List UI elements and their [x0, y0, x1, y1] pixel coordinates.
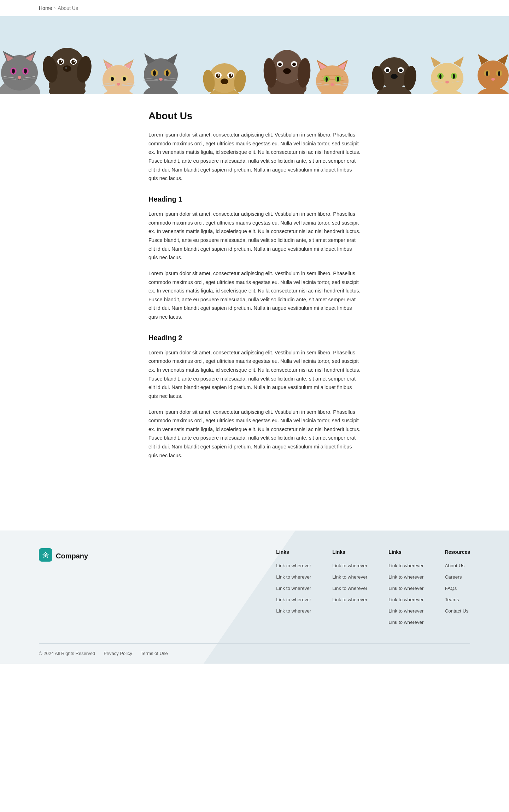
paragraph-1b: Lorem ipsum dolor sit amet, consectetur … [148, 269, 361, 321]
footer-col-3-list: Link to wherever Link to wherever Link t… [388, 561, 423, 626]
svg-point-124 [498, 71, 500, 76]
footer-col-3-link-2[interactable]: Link to wherever [388, 574, 423, 580]
svg-point-123 [486, 71, 488, 76]
svg-point-52 [166, 70, 169, 76]
footer-col-3-link-1[interactable]: Link to wherever [388, 563, 423, 568]
svg-point-38 [111, 77, 114, 81]
footer-col-resources: Resources About Us Careers FAQs Teams Co… [445, 548, 470, 629]
paragraph-2a: Lorem ipsum dolor sit amet, consectetur … [148, 348, 361, 401]
svg-point-105 [391, 74, 398, 79]
svg-point-28 [63, 65, 71, 72]
svg-point-66 [216, 74, 220, 78]
svg-point-118 [478, 60, 509, 90]
footer-col-4-link-3[interactable]: FAQs [445, 586, 457, 591]
svg-point-29 [65, 67, 67, 69]
footer-col-3-link-3[interactable]: Link to wherever [388, 586, 423, 591]
svg-point-79 [278, 63, 282, 66]
footer-col-4-link-1[interactable]: About Us [445, 563, 464, 568]
svg-point-104 [399, 69, 403, 72]
footer-terms-link[interactable]: Terms of Use [141, 650, 168, 657]
heading-2: Heading 2 [148, 332, 361, 343]
svg-point-31 [103, 65, 134, 94]
footer-col-3-link-4[interactable]: Link to wherever [388, 597, 423, 602]
svg-point-53 [159, 78, 163, 81]
footer-copyright: © 2024 All Rights Reserved [39, 650, 95, 657]
svg-point-91 [337, 77, 339, 82]
footer-col-4-link-5[interactable]: Contact Us [445, 608, 468, 614]
footer-col-2-list: Link to wherever Link to wherever Link t… [332, 561, 367, 604]
svg-point-90 [326, 77, 328, 82]
svg-point-68 [218, 74, 220, 76]
svg-point-67 [229, 74, 233, 78]
breadcrumb-current: About Us [58, 4, 78, 12]
footer-privacy-link[interactable]: Privacy Policy [104, 650, 132, 657]
footer-col-1-link-3[interactable]: Link to wherever [276, 586, 311, 591]
svg-point-125 [491, 78, 495, 81]
footer-col-links-1: Links Link to wherever Link to wherever … [276, 548, 311, 629]
svg-point-81 [283, 68, 291, 74]
breadcrumb: Home › About Us [0, 0, 509, 16]
footer-brand-name: Company [56, 550, 88, 562]
hero-banner [0, 16, 509, 94]
svg-point-69 [231, 74, 232, 76]
footer-bottom: © 2024 All Rights Reserved Privacy Polic… [39, 643, 470, 664]
heading-1: Heading 1 [148, 193, 361, 205]
svg-point-25 [71, 60, 76, 64]
footer-columns: Links Link to wherever Link to wherever … [110, 548, 470, 629]
footer-col-1-link-2[interactable]: Link to wherever [276, 574, 311, 580]
footer-col-1-link-1[interactable]: Link to wherever [276, 563, 311, 568]
footer-col-links-2: Links Link to wherever Link to wherever … [332, 548, 367, 629]
footer-col-4-link-4[interactable]: Teams [445, 597, 459, 602]
footer-col-4-list: About Us Careers FAQs Teams Contact Us [445, 561, 470, 615]
svg-point-113 [453, 74, 455, 79]
svg-point-10 [24, 69, 27, 74]
svg-point-39 [123, 77, 126, 81]
intro-paragraph: Lorem ipsum dolor sit amet, consectetur … [148, 130, 361, 183]
svg-point-70 [221, 79, 228, 84]
breadcrumb-separator: › [54, 5, 55, 12]
footer-col-1-link-5[interactable]: Link to wherever [276, 608, 311, 614]
svg-point-126 [45, 554, 47, 556]
svg-point-9 [12, 69, 15, 74]
paragraph-2b: Lorem ipsum dolor sit amet, consectetur … [148, 408, 361, 460]
breadcrumb-home[interactable]: Home [39, 4, 52, 12]
footer-col-2-link-4[interactable]: Link to wherever [332, 597, 367, 602]
svg-point-24 [59, 60, 63, 64]
paragraph-1a: Lorem ipsum dolor sit amet, consectetur … [148, 210, 361, 262]
footer-col-1-heading: Links [276, 548, 311, 556]
footer-col-3-link-5[interactable]: Link to wherever [388, 608, 423, 614]
footer-col-1-list: Link to wherever Link to wherever Link t… [276, 561, 311, 615]
footer-col-2-link-3[interactable]: Link to wherever [332, 586, 367, 591]
svg-point-107 [431, 63, 463, 93]
svg-point-51 [153, 70, 156, 76]
footer: Company Links Link to wherever Link to w… [0, 530, 509, 663]
footer-col-3-link-6[interactable]: Link to wherever [388, 620, 423, 625]
svg-point-112 [439, 74, 441, 79]
svg-point-27 [74, 60, 75, 62]
footer-col-3-heading: Links [388, 548, 423, 556]
svg-point-11 [18, 76, 21, 79]
footer-logo-icon [39, 548, 52, 562]
svg-point-92 [330, 83, 334, 86]
footer-top: Company Links Link to wherever Link to w… [39, 548, 470, 643]
svg-point-40 [117, 83, 120, 86]
footer-col-2-link-1[interactable]: Link to wherever [332, 563, 367, 568]
svg-point-114 [445, 81, 449, 83]
footer-brand: Company [39, 548, 95, 629]
page-title: About Us [148, 108, 361, 124]
footer-col-2-heading: Links [332, 548, 367, 556]
footer-col-2-link-2[interactable]: Link to wherever [332, 574, 367, 580]
svg-point-103 [386, 69, 389, 72]
footer-col-links-3: Links Link to wherever Link to wherever … [388, 548, 423, 629]
footer-col-1-link-4[interactable]: Link to wherever [276, 597, 311, 602]
main-content: About Us Lorem ipsum dolor sit amet, con… [148, 94, 361, 488]
svg-point-80 [292, 63, 296, 66]
footer-col-4-link-2[interactable]: Careers [445, 574, 462, 580]
content-spacer [0, 488, 509, 530]
footer-col-4-heading: Resources [445, 548, 470, 556]
svg-point-26 [61, 60, 62, 62]
